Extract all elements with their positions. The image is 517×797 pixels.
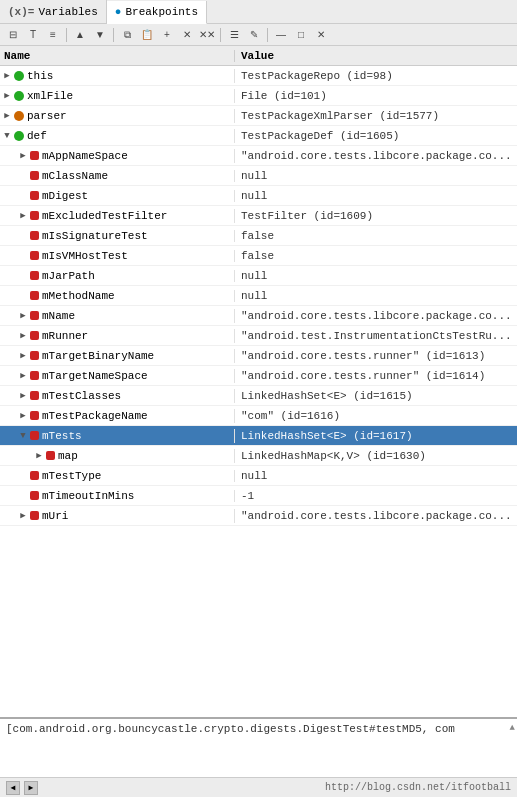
type-dot bbox=[30, 371, 39, 380]
tab-bar: (x)= Variables ● Breakpoints bbox=[0, 0, 517, 24]
table-row[interactable]: mClassNamenull bbox=[0, 166, 517, 186]
table-row[interactable]: mIsSignatureTestfalse bbox=[0, 226, 517, 246]
close-view-button[interactable]: ✕ bbox=[312, 26, 330, 44]
table-row[interactable]: ▶mTestClassesLinkedHashSet<E> (id=1615) bbox=[0, 386, 517, 406]
tab-breakpoints[interactable]: ● Breakpoints bbox=[107, 1, 207, 24]
header-value: Value bbox=[235, 50, 517, 62]
show-qualified-button[interactable]: ☰ bbox=[225, 26, 243, 44]
table-row[interactable]: ▶xmlFileFile (id=101) bbox=[0, 86, 517, 106]
expand-button[interactable]: ▶ bbox=[16, 349, 30, 363]
edit-button[interactable]: ✎ bbox=[245, 26, 263, 44]
maximize-button[interactable]: □ bbox=[292, 26, 310, 44]
breakpoints-icon: ● bbox=[115, 6, 122, 18]
table-row[interactable]: ▼mTestsLinkedHashSet<E> (id=1617) bbox=[0, 426, 517, 446]
bottom-text: [com.android.org.bouncycastle.crypto.dig… bbox=[6, 723, 511, 735]
table-row[interactable]: mTestTypenull bbox=[0, 466, 517, 486]
table-row[interactable]: ▶mRunner"android.test.InstrumentationCts… bbox=[0, 326, 517, 346]
variable-value: LinkedHashSet<E> (id=1617) bbox=[241, 430, 413, 442]
minimize-button[interactable]: — bbox=[272, 26, 290, 44]
table-row[interactable]: mTimeoutInMins-1 bbox=[0, 486, 517, 506]
show-logical-button[interactable]: ≡ bbox=[44, 26, 62, 44]
expand-button[interactable]: ▶ bbox=[16, 209, 30, 223]
variable-value: "android.core.tests.libcore.package.co..… bbox=[241, 310, 512, 322]
up-button[interactable]: ▲ bbox=[71, 26, 89, 44]
variable-name: mRunner bbox=[42, 330, 88, 342]
type-dot bbox=[14, 91, 24, 101]
collapse-all-button[interactable]: ⊟ bbox=[4, 26, 22, 44]
expand-button[interactable]: ▶ bbox=[16, 369, 30, 383]
expand-button[interactable]: ▶ bbox=[0, 69, 14, 83]
table-row[interactable]: ▶mTestPackageName"com" (id=1616) bbox=[0, 406, 517, 426]
status-left: ◀ ▶ bbox=[6, 781, 38, 795]
variable-name: mJarPath bbox=[42, 270, 95, 282]
table-row[interactable]: ▶mUri"android.core.tests.libcore.package… bbox=[0, 506, 517, 526]
expand-button[interactable]: ▶ bbox=[16, 389, 30, 403]
toolbar-separator-4 bbox=[267, 28, 268, 42]
variable-name: this bbox=[27, 70, 53, 82]
type-dot bbox=[30, 331, 39, 340]
type-dot bbox=[30, 171, 39, 180]
table-row[interactable]: mDigestnull bbox=[0, 186, 517, 206]
expand-button[interactable]: ▶ bbox=[32, 449, 46, 463]
copy-expr-button[interactable]: 📋 bbox=[138, 26, 156, 44]
variable-name: mMethodName bbox=[42, 290, 115, 302]
table-row[interactable]: ▼defTestPackageDef (id=1605) bbox=[0, 126, 517, 146]
down-button[interactable]: ▼ bbox=[91, 26, 109, 44]
type-dot bbox=[46, 451, 55, 460]
type-dot bbox=[30, 191, 39, 200]
type-dot bbox=[30, 271, 39, 280]
expand-button[interactable]: ▼ bbox=[0, 129, 14, 143]
type-dot bbox=[30, 151, 39, 160]
type-dot bbox=[30, 211, 39, 220]
expand-button[interactable]: ▶ bbox=[16, 149, 30, 163]
variable-value: TestPackageRepo (id=98) bbox=[241, 70, 393, 82]
variable-value: TestPackageDef (id=1605) bbox=[241, 130, 399, 142]
table-row[interactable]: ▶mAppNameSpace"android.core.tests.libcor… bbox=[0, 146, 517, 166]
table-row[interactable]: mMethodNamenull bbox=[0, 286, 517, 306]
expand-button[interactable]: ▶ bbox=[16, 309, 30, 323]
status-url: http://blog.csdn.net/itfootball bbox=[325, 782, 511, 793]
variable-value: false bbox=[241, 250, 274, 262]
variable-name: mTargetNameSpace bbox=[42, 370, 148, 382]
table-row[interactable]: ▶mapLinkedHashMap<K,V> (id=1630) bbox=[0, 446, 517, 466]
table-row[interactable]: mIsVMHostTestfalse bbox=[0, 246, 517, 266]
tab-variables[interactable]: (x)= Variables bbox=[0, 0, 107, 23]
copy-button[interactable]: ⧉ bbox=[118, 26, 136, 44]
variable-value: -1 bbox=[241, 490, 254, 502]
expand-button[interactable]: ▶ bbox=[0, 109, 14, 123]
new-watch-button[interactable]: + bbox=[158, 26, 176, 44]
table-row[interactable]: ▶thisTestPackageRepo (id=98) bbox=[0, 66, 517, 86]
table-row[interactable]: ▶mTargetBinaryName"android.core.tests.ru… bbox=[0, 346, 517, 366]
type-dot bbox=[30, 231, 39, 240]
variable-name: mDigest bbox=[42, 190, 88, 202]
variables-icon: (x)= bbox=[8, 6, 34, 18]
expand-button[interactable]: ▶ bbox=[16, 509, 30, 523]
variable-name: mIsVMHostTest bbox=[42, 250, 128, 262]
expand-button[interactable]: ▶ bbox=[16, 409, 30, 423]
variable-name: mTestType bbox=[42, 470, 101, 482]
table-row[interactable]: ▶mExcludedTestFilterTestFilter (id=1609) bbox=[0, 206, 517, 226]
expand-button[interactable]: ▼ bbox=[16, 429, 30, 443]
variable-value: "android.test.InstrumentationCtsTestRu..… bbox=[241, 330, 512, 342]
scroll-left-button[interactable]: ◀ bbox=[6, 781, 20, 795]
delete-button[interactable]: ✕ bbox=[178, 26, 196, 44]
table-row[interactable]: ▶parserTestPackageXmlParser (id=1577) bbox=[0, 106, 517, 126]
type-dot bbox=[30, 351, 39, 360]
type-dot bbox=[30, 291, 39, 300]
show-type-button[interactable]: T bbox=[24, 26, 42, 44]
variable-name: mTimeoutInMins bbox=[42, 490, 134, 502]
toolbar-separator-2 bbox=[113, 28, 114, 42]
variable-value: LinkedHashSet<E> (id=1615) bbox=[241, 390, 413, 402]
table-row[interactable]: ▶mName"android.core.tests.libcore.packag… bbox=[0, 306, 517, 326]
expand-button[interactable]: ▶ bbox=[0, 89, 14, 103]
variable-value: "android.core.tests.libcore.package.co..… bbox=[241, 510, 512, 522]
delete-all-button[interactable]: ✕✕ bbox=[198, 26, 216, 44]
scroll-right-button[interactable]: ▶ bbox=[24, 781, 38, 795]
expand-button[interactable]: ▶ bbox=[16, 329, 30, 343]
type-dot bbox=[30, 411, 39, 420]
variable-name: mExcludedTestFilter bbox=[42, 210, 167, 222]
table-row[interactable]: mJarPathnull bbox=[0, 266, 517, 286]
table-row[interactable]: ▶mTargetNameSpace"android.core.tests.run… bbox=[0, 366, 517, 386]
variable-name: def bbox=[27, 130, 47, 142]
type-dot bbox=[14, 111, 24, 121]
